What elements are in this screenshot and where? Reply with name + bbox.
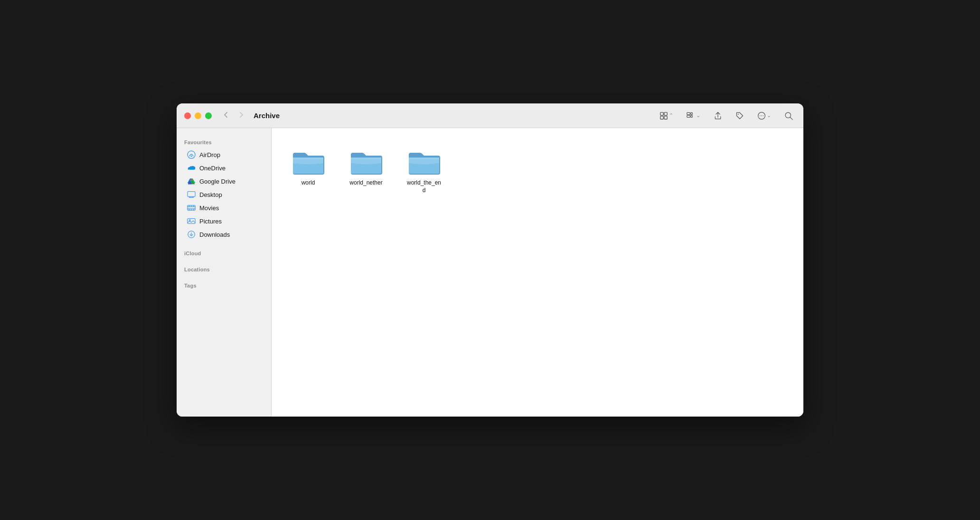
window-title: Archive: [254, 111, 657, 120]
svg-line-14: [790, 117, 792, 120]
svg-point-10: [760, 115, 761, 116]
sidebar-item-desktop[interactable]: Desktop: [179, 188, 268, 201]
finder-window: Archive ⌃: [177, 103, 803, 417]
group-view: ⌄: [684, 110, 703, 122]
sidebar-item-label: Google Drive: [199, 178, 236, 185]
downloads-icon: [187, 230, 196, 239]
file-area: world world_nether: [272, 128, 803, 417]
maximize-button[interactable]: [205, 112, 212, 119]
svg-rect-0: [660, 112, 663, 115]
file-name: world_the_end: [406, 179, 442, 194]
svg-rect-2: [660, 116, 663, 119]
movies-icon: [187, 204, 196, 212]
forward-button[interactable]: [235, 109, 248, 122]
googledrive-icon: [187, 177, 196, 186]
desktop-icon: [187, 190, 196, 199]
airdrop-icon: [187, 150, 196, 159]
file-item-world-nether[interactable]: world_nether: [345, 143, 387, 198]
tag-button[interactable]: [733, 110, 747, 122]
close-button[interactable]: [184, 112, 191, 119]
sidebar-item-label: Movies: [199, 204, 219, 212]
svg-point-12: [763, 115, 763, 116]
titlebar: Archive ⌃: [177, 103, 803, 128]
search-button[interactable]: [782, 110, 796, 122]
tags-label: Tags: [177, 279, 271, 291]
icloud-label: iCloud: [177, 247, 271, 259]
svg-point-13: [785, 112, 791, 118]
svg-rect-31: [188, 219, 195, 224]
svg-point-15: [188, 151, 195, 158]
file-name: world_nether: [349, 179, 382, 187]
sidebar-item-pictures[interactable]: Pictures: [179, 214, 268, 228]
file-item-world[interactable]: world: [287, 143, 330, 198]
svg-point-11: [761, 115, 762, 116]
toolbar-right: ⌃ ⌄: [657, 110, 796, 122]
view-toggle: ⌃: [657, 110, 676, 122]
pictures-icon: [187, 217, 196, 225]
traffic-lights: [184, 112, 212, 119]
svg-rect-1: [664, 112, 667, 115]
svg-point-16: [191, 156, 192, 157]
sidebar-item-label: AirDrop: [199, 151, 220, 158]
main-content: Favourites AirDrop: [177, 128, 803, 417]
view-chevron: ⌃: [669, 112, 673, 119]
sidebar-item-label: Downloads: [199, 231, 230, 238]
back-button[interactable]: [219, 109, 233, 122]
icon-view-button[interactable]: ⌃: [657, 110, 676, 122]
sidebar-item-onedrive[interactable]: OneDrive: [179, 161, 268, 175]
svg-rect-5: [687, 115, 690, 117]
file-grid: world world_nether: [287, 143, 788, 198]
share-button[interactable]: [711, 110, 725, 122]
svg-rect-7: [691, 115, 692, 117]
sidebar-item-movies[interactable]: Movies: [179, 201, 268, 214]
more-chevron: ⌄: [767, 112, 771, 119]
svg-rect-4: [687, 112, 690, 114]
sidebar-item-airdrop[interactable]: AirDrop: [179, 148, 268, 161]
svg-point-32: [189, 220, 191, 221]
group-chevron: ⌄: [696, 112, 700, 119]
folder-icon: [291, 147, 325, 176]
file-item-world-the-end[interactable]: world_the_end: [403, 143, 445, 198]
locations-label: Locations: [177, 263, 271, 275]
nav-buttons: [219, 109, 248, 122]
minimize-button[interactable]: [195, 112, 201, 119]
svg-rect-18: [188, 192, 195, 197]
folder-icon: [349, 147, 383, 176]
svg-point-8: [738, 113, 739, 114]
sidebar-item-label: Pictures: [199, 218, 222, 225]
sidebar-item-label: OneDrive: [199, 165, 226, 172]
svg-rect-6: [691, 112, 692, 114]
svg-rect-3: [664, 116, 667, 119]
sidebar-item-label: Desktop: [199, 191, 222, 198]
favourites-label: Favourites: [177, 136, 271, 148]
sidebar-item-googledrive[interactable]: Google Drive: [179, 175, 268, 188]
sidebar-item-downloads[interactable]: Downloads: [179, 228, 268, 241]
group-view-button[interactable]: ⌄: [684, 110, 703, 122]
file-name: world: [302, 179, 315, 187]
more-options-button[interactable]: ⌄: [754, 110, 774, 122]
sidebar: Favourites AirDrop: [177, 128, 272, 417]
folder-icon: [407, 147, 441, 176]
onedrive-icon: [187, 164, 196, 172]
